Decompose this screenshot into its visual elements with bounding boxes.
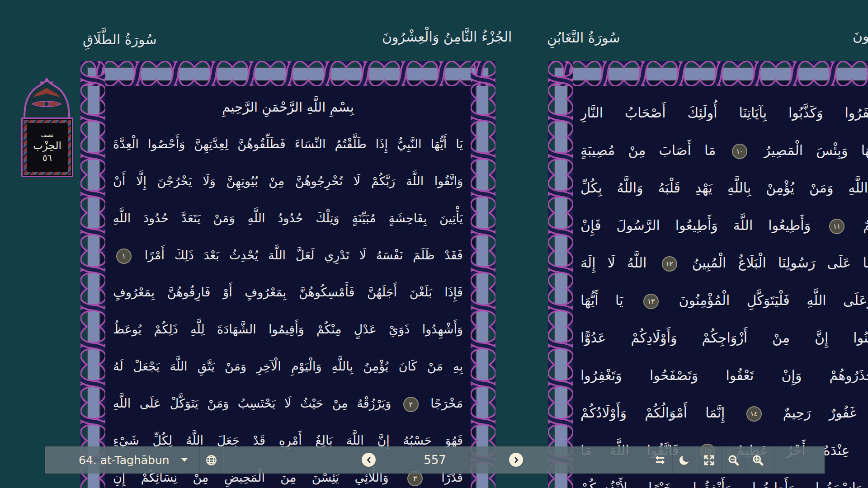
mushaf-line: يَأْتِينَ بِفَاحِشَةٍ مُبَيِّنَةٍ وَتِلْ… xyxy=(113,200,463,237)
hizb-marker-medallion: نصف الحِزْب ٥٦ xyxy=(20,78,73,176)
mushaf-line: وَأَشْهِدُوا ذَوَيْ عَدْلٍ مِنْكُمْ وَأَ… xyxy=(113,311,463,348)
page-number[interactable]: 557 xyxy=(412,446,458,474)
mushaf-line: فَقَدْ ظَلَمَ نَفْسَهُ لَا تَدْرِي لَعَل… xyxy=(113,237,463,274)
left-page-surah-label: سُورَةُ الطَّلَاقِ xyxy=(83,32,157,47)
mushaf-line: الَّذِينَ آمَنُوا إِنَّ مِنْ أَزْوَاجِكُ… xyxy=(580,319,868,357)
braided-border-top xyxy=(80,61,495,86)
mushaf-line: فَإِنَّ اللَّهَ غَفُورٌ رَحِيمٌ ١٤ إِنَّ… xyxy=(580,394,868,432)
globe-icon xyxy=(205,454,217,466)
right-page-surah-label: سُورَةُ التَّغَابُنِ xyxy=(547,30,620,46)
medallion-plaque: نصف الحِزْب ٥٦ xyxy=(21,117,73,177)
mushaf-line: لَكُمْ فَاحْذَرُوهُمْ وَإِنْ تَعْفُوا وَ… xyxy=(580,357,868,394)
verse-number-badge: ١٤ xyxy=(746,406,762,422)
surah-select-label: 64. at-Taghābun xyxy=(79,454,170,467)
mushaf-line: إِلَّا بِإِذْنِ اللَّهِ وَمَنْ يُؤْمِنْ … xyxy=(580,169,868,206)
hizb-number: ٥٦ xyxy=(42,152,52,163)
medallion-dome-ornament xyxy=(20,78,73,118)
mushaf-page-left: بِسْمِ اللَّهِ الرَّحْمَنِ الرَّحِيمِيَا… xyxy=(80,61,495,488)
zoom-out-button[interactable] xyxy=(721,446,745,474)
verse-number-badge: ٢ xyxy=(403,397,419,412)
braided-border-left xyxy=(548,61,573,488)
magnifier-plus-icon xyxy=(752,454,764,466)
previous-page-button[interactable] xyxy=(362,453,376,467)
verse-number-badge: ١ xyxy=(116,249,132,264)
braided-border-left xyxy=(80,61,105,488)
mushaf-line: مَخْرَجًا ٢ وَيَرْزُقْهُ مِنْ حَيْثُ لَا… xyxy=(113,385,463,422)
magnifier-minus-icon xyxy=(727,454,740,466)
verse-number-badge: ١١ xyxy=(829,219,844,234)
mushaf-line: خَالِدِينَ فِيهَا وَبِئْسَ الْمَصِيرُ ١٠… xyxy=(580,131,868,169)
verse-number-badge: ١٢ xyxy=(662,256,677,272)
fullscreen-icon xyxy=(703,454,715,466)
braided-border-top xyxy=(548,61,868,86)
mushaf-line: فَإِذَا بَلَغْنَ أَجَلَهُنَّ فَأَمْسِكُو… xyxy=(113,274,463,311)
right-page-juz-label: الجُزْءُ الثَّامِنُ وَالْعِشْرُونَ xyxy=(853,28,868,44)
next-page-button[interactable] xyxy=(509,453,523,467)
mushaf-line: إِلَّا هُوَ وَعَلَى اللَّهِ فَلْيَتَوَكَ… xyxy=(580,282,868,319)
chevron-left-icon xyxy=(365,456,373,464)
mushaf-line: شَيْءٍ عَلِيمٌ ١١ وَأَطِيعُوا اللَّهَ وَ… xyxy=(580,206,868,244)
mushaf-line: وَاتَّقُوا اللَّهَ رَبَّكُمْ لَا تُخْرِج… xyxy=(113,163,463,200)
mushaf-line: وَالَّذِينَ كَفَرُوا وَكَذَّبُوا بِآيَات… xyxy=(580,94,868,131)
hizb-fraction-label: نصف xyxy=(41,131,53,139)
mushaf-page-right: وَالَّذِينَ كَفَرُوا وَكَذَّبُوا بِآيَات… xyxy=(548,61,868,488)
verse-number-badge: ١٣ xyxy=(643,294,659,309)
verse-number-badge: ١٠ xyxy=(732,144,747,159)
zoom-in-button[interactable] xyxy=(745,446,770,474)
mushaf-text-block: وَالَّذِينَ كَفَرُوا وَكَذَّبُوا بِآيَات… xyxy=(580,94,868,488)
reader-toolbar: 64. at-Taghābun 557 xyxy=(45,446,825,474)
mushaf-text-block: بِسْمِ اللَّهِ الرَّحْمَنِ الرَّحِيمِيَا… xyxy=(113,89,463,488)
reading-direction-button[interactable] xyxy=(648,446,672,474)
fullscreen-button[interactable] xyxy=(697,446,721,474)
mushaf-line: تَوَلَّيْتُمْ فَإِنَّمَا عَلَى رَسُولِنَ… xyxy=(580,244,868,282)
chevron-right-icon xyxy=(513,456,520,464)
mushaf-line: بِسْمِ اللَّهِ الرَّحْمَنِ الرَّحِيمِ xyxy=(113,89,463,126)
moon-icon xyxy=(679,454,690,466)
braided-border-right xyxy=(471,61,495,488)
left-page-juz-label: الجُزْءُ الثَّامِنُ وَالْعِشْرُونَ xyxy=(382,29,512,45)
mushaf-line: بِهِ مَنْ كَانَ يُؤْمِنُ بِاللَّهِ وَالْ… xyxy=(113,348,463,385)
night-mode-button[interactable] xyxy=(672,446,697,474)
swap-horizontal-icon xyxy=(654,454,666,466)
hizb-word-label: الحِزْب xyxy=(33,139,61,152)
chevron-down-icon xyxy=(181,458,188,462)
translation-language-button[interactable] xyxy=(199,446,224,474)
quran-reader-app: { "header": { "left_surah": "سُورَةُ الط… xyxy=(0,0,868,488)
mushaf-line: يَا أَيُّهَا النَّبِيُّ إِذَا طَلَّقْتُم… xyxy=(113,126,463,163)
surah-select-dropdown[interactable]: 64. at-Taghābun xyxy=(67,446,199,474)
